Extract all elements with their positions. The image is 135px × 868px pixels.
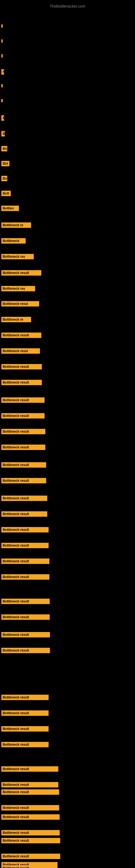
bar-label: Bottleneck result (1, 496, 47, 501)
bar-label: Bottleneck result (1, 333, 41, 338)
bar-row: Bottleneck result (0, 726, 135, 732)
bar-label: Bottleneck result (1, 789, 59, 795)
bar-row: Bottleneck result (0, 496, 135, 501)
bar-row: Bottleneck result (0, 429, 135, 434)
bar-row: Bottleneck result (0, 558, 135, 564)
bar-label: Bottleneck result (1, 380, 42, 385)
bar-label: Bottleneck res (1, 254, 34, 259)
bar-stub (1, 24, 3, 28)
bar-label: Bottleneck result (1, 462, 46, 468)
bar-label: B (1, 131, 5, 136)
bar-row (0, 54, 135, 58)
bar-row: Bottleneck result (0, 397, 135, 403)
bar-row: R (0, 69, 135, 74)
bar-row: Bottleneck result (0, 766, 135, 772)
bar-label: Bottlen (1, 206, 19, 211)
bar-label: Bottleneck result (1, 632, 50, 638)
bar-label: Bot (1, 161, 9, 166)
bar-row: Bottleneck result (0, 527, 135, 532)
bar-row: Bott (0, 191, 135, 196)
bar-row: Bottleneck re (0, 222, 135, 228)
bar-label: Bottleneck re (1, 317, 31, 322)
bar-row: B (0, 115, 135, 121)
bar-label: Bottleneck resul (1, 301, 39, 307)
bar-label: Bottleneck result (1, 710, 49, 716)
bar-row: Bottleneck result (0, 444, 135, 450)
bar-label: Bottleneck (1, 238, 26, 244)
bar-row: Bottleneck res (0, 286, 135, 291)
bar-label: Bo (1, 146, 7, 151)
bar-row: Bottleneck result (0, 782, 135, 787)
bar-label: Bottleneck result (1, 413, 45, 418)
bar-row: Bottleneck result (0, 333, 135, 338)
bar-label: Bottleneck result (1, 766, 58, 772)
bar-label: Bottleneck result (1, 805, 59, 810)
bar-stub (1, 99, 3, 102)
bar-row: Bottleneck result (0, 830, 135, 835)
bar-label: Bottleneck result (1, 814, 60, 820)
bar-row (0, 84, 135, 87)
bar-label: Bott (1, 191, 11, 196)
bar-row: Bottleneck resul (0, 348, 135, 354)
bar-label: Bottleneck result (1, 614, 50, 620)
bar-label: Bottleneck result (1, 478, 46, 484)
bar-row: Bo (0, 176, 135, 181)
bar-row: Bottleneck result (0, 865, 135, 868)
bar-row: Bottleneck result (0, 380, 135, 385)
bar-label: Bottleneck result (1, 397, 45, 403)
bar-label: Bottleneck result (1, 726, 49, 732)
bar-label: Bo (1, 176, 7, 181)
bar-row: Bottleneck res (0, 254, 135, 259)
bar-label: Bottleneck result (1, 695, 49, 700)
bar-label: Bottleneck result (1, 429, 45, 434)
bar-row: Bottleneck result (0, 805, 135, 810)
bar-label: Bottleneck result (1, 838, 60, 843)
bar-row: Bottleneck result (0, 648, 135, 653)
bar-row: Bottleneck result (0, 543, 135, 548)
bar-row: Bottleneck result (0, 574, 135, 580)
bar-row: Bottleneck result (0, 270, 135, 276)
bar-row: Bottleneck resul (0, 301, 135, 307)
bar-row: Bottleneck result (0, 599, 135, 604)
bar-label: Bottleneck result (1, 364, 42, 369)
bar-row (0, 24, 135, 28)
bar-row: Bottleneck result (0, 632, 135, 638)
bar-label: Bottleneck result (1, 830, 60, 835)
bar-row: Bottleneck result (0, 838, 135, 843)
bar-row: Bottleneck (0, 238, 135, 244)
bar-label: Bottleneck result (1, 599, 50, 604)
bar-label: Bottleneck result (1, 558, 49, 564)
bar-row: Bottleneck result (0, 742, 135, 747)
bar-stub (1, 54, 3, 58)
bar-row: Bottleneck result (0, 364, 135, 369)
bar-row: Bottleneck result (0, 614, 135, 620)
bar-row: Bottleneck result (0, 695, 135, 700)
bar-row: Bottleneck result (0, 413, 135, 418)
bar-label: Bottleneck result (1, 511, 47, 517)
bar-row: Bottleneck result (0, 789, 135, 795)
bar-label: B (1, 115, 4, 121)
bar-label: Bottleneck result (1, 782, 58, 787)
bar-label: Bottleneck res (1, 286, 35, 291)
bar-row: Bottleneck result (0, 462, 135, 468)
bar-label: Bottleneck resul (1, 348, 40, 354)
bar-stub (1, 39, 3, 42)
bar-row: Bo (0, 146, 135, 151)
bar-label: Bottleneck result (1, 444, 45, 450)
bar-row: Bottlen (0, 206, 135, 211)
bar-row: Bot (0, 161, 135, 166)
bar-label: Bottleneck re (1, 222, 31, 228)
bar-row: Bottleneck result (0, 814, 135, 820)
bar-label: Bottleneck result (1, 574, 49, 580)
bar-label: Bottleneck result (1, 270, 41, 276)
bar-row: Bottleneck re (0, 317, 135, 322)
site-title: TheBottlenecker.com (0, 1, 135, 10)
bar-label: Bottleneck result (1, 742, 49, 747)
bar-label: Bottleneck result (1, 854, 60, 859)
bar-row: Bottleneck result (0, 710, 135, 716)
bar-row: Bottleneck result (0, 854, 135, 859)
bar-row (0, 39, 135, 42)
bar-label: Bottleneck result (1, 527, 49, 532)
bar-row: Bottleneck result (0, 478, 135, 484)
bar-row (0, 99, 135, 102)
